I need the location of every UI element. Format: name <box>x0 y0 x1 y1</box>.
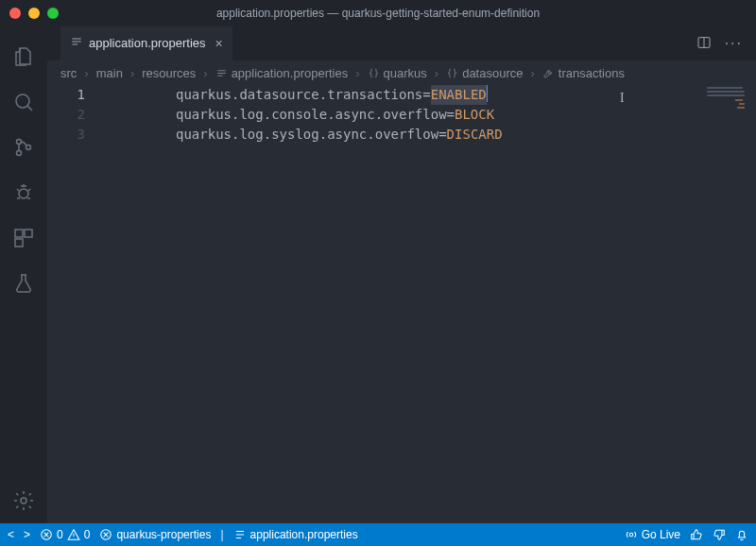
tab-bar: application.properties × ··· <box>47 26 756 60</box>
source-control-icon[interactable] <box>1 125 46 170</box>
code-editor[interactable]: 1 2 3 quarkus.datasource.transactions=EN… <box>47 85 756 523</box>
breadcrumb[interactable]: src › main › resources › application.pro… <box>47 60 756 85</box>
editor-tab[interactable]: application.properties × <box>60 26 232 60</box>
file-icon <box>215 67 228 79</box>
svg-rect-5 <box>15 230 23 237</box>
ibeam-cursor-icon: I <box>620 88 625 108</box>
feedback-bad-icon[interactable] <box>713 528 726 541</box>
error-count: 0 <box>57 528 63 541</box>
svg-point-1 <box>17 140 22 145</box>
remote-next-button[interactable]: > <box>24 528 30 541</box>
breadcrumb-item[interactable]: transactions <box>558 66 625 80</box>
settings-gear-icon[interactable] <box>1 478 46 523</box>
debug-icon[interactable] <box>1 170 46 215</box>
svg-rect-6 <box>25 230 32 237</box>
breadcrumb-item[interactable]: main <box>96 66 123 80</box>
svg-point-0 <box>16 94 29 108</box>
chevron-right-icon: › <box>355 66 359 80</box>
extensions-icon[interactable] <box>1 215 46 261</box>
zoom-window-button[interactable] <box>47 8 59 19</box>
svg-point-12 <box>629 533 633 537</box>
window-controls <box>9 8 59 19</box>
code-line[interactable]: quarkus.datasource.transactions=ENABLED <box>176 85 756 105</box>
active-file-status[interactable]: application.properties <box>233 528 358 541</box>
braces-icon <box>368 67 380 79</box>
svg-point-2 <box>17 151 22 156</box>
code-lines[interactable]: quarkus.datasource.transactions=ENABLED … <box>110 85 756 145</box>
file-icon <box>70 35 83 51</box>
test-icon[interactable] <box>1 261 46 306</box>
main-area: application.properties × ··· src › main … <box>0 26 756 523</box>
go-live-button[interactable]: Go Live <box>625 528 680 541</box>
explorer-icon[interactable] <box>1 34 46 79</box>
split-editor-icon[interactable] <box>696 35 712 53</box>
text-cursor <box>487 85 488 102</box>
svg-point-8 <box>21 498 26 503</box>
status-bar: < > 0 0 quarkus-properties | application… <box>0 523 756 546</box>
breadcrumb-item[interactable]: datasource <box>462 66 523 80</box>
code-line[interactable]: quarkus.log.console.async.overflow=BLOCK <box>176 105 756 125</box>
language-mode-label: quarkus-properties <box>116 528 211 541</box>
editor-actions: ··· <box>683 26 756 60</box>
chevron-right-icon: › <box>435 66 438 80</box>
breadcrumb-item[interactable]: src <box>60 66 77 80</box>
more-actions-icon[interactable]: ··· <box>725 35 743 52</box>
activity-bar <box>0 26 47 523</box>
tab-filename: application.properties <box>89 36 206 50</box>
editor-area: application.properties × ··· src › main … <box>47 26 756 523</box>
warning-count: 0 <box>84 528 91 541</box>
line-number-gutter: 1 2 3 <box>47 85 110 523</box>
breadcrumb-item[interactable]: resources <box>142 66 196 80</box>
problems-status[interactable]: 0 0 <box>40 528 90 541</box>
feedback-good-icon[interactable] <box>690 528 703 541</box>
chevron-right-icon: › <box>130 66 134 80</box>
svg-point-3 <box>26 145 31 150</box>
breadcrumb-item[interactable]: application.properties <box>232 66 349 80</box>
search-icon[interactable] <box>1 79 46 125</box>
active-file-label: application.properties <box>250 528 358 541</box>
minimize-window-button[interactable] <box>28 8 40 19</box>
language-status[interactable]: quarkus-properties <box>99 528 211 541</box>
close-tab-icon[interactable]: × <box>212 36 223 51</box>
chevron-right-icon: › <box>530 66 534 80</box>
braces-icon <box>446 67 458 79</box>
chevron-right-icon: › <box>84 66 88 80</box>
chevron-right-icon: › <box>203 66 207 80</box>
svg-point-4 <box>19 189 28 198</box>
titlebar: application.properties — quarkus-getting… <box>0 0 756 26</box>
line-number: 2 <box>47 105 85 125</box>
code-line[interactable]: quarkus.log.syslog.async.overflow=DISCAR… <box>176 125 756 145</box>
minimap[interactable] <box>707 87 745 106</box>
status-separator: | <box>220 528 223 541</box>
window-title: application.properties — quarkus-getting… <box>0 7 756 20</box>
close-window-button[interactable] <box>9 8 21 19</box>
wrench-icon <box>542 67 555 79</box>
remote-prev-button[interactable]: < <box>8 528 14 541</box>
go-live-label: Go Live <box>642 528 680 541</box>
notifications-bell-icon[interactable] <box>735 528 748 541</box>
line-number: 3 <box>47 125 85 145</box>
breadcrumb-item[interactable]: quarkus <box>384 66 427 80</box>
line-number: 1 <box>47 85 85 105</box>
svg-rect-7 <box>15 239 23 247</box>
